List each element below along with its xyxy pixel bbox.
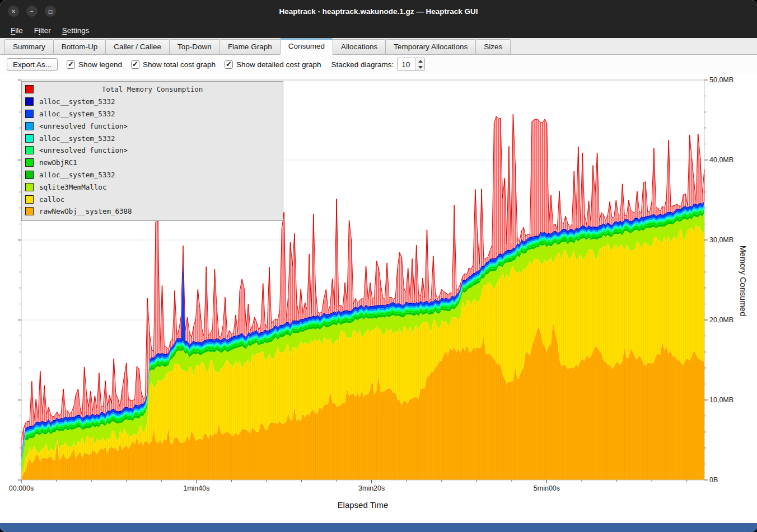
tab-bottom-up[interactable]: Bottom-Up	[53, 39, 106, 54]
show-total-cost-checkbox[interactable]: Show total cost graph	[131, 60, 216, 69]
legend-label: calloc	[39, 195, 64, 204]
legend-label: alloc__system_5332	[39, 110, 115, 118]
legend-label: <unresolved function>	[39, 122, 128, 130]
window-footer	[0, 523, 757, 532]
legend-row: alloc__system_5332	[22, 108, 283, 120]
svg-text:30,0MB: 30,0MB	[709, 236, 733, 244]
close-icon: ✕	[11, 8, 16, 15]
legend-swatch	[25, 158, 34, 167]
minimize-icon: −	[30, 8, 34, 15]
close-button[interactable]: ✕	[8, 6, 19, 17]
legend-label: alloc__system_5332	[39, 134, 115, 143]
legend-label: Total Memory Consumption	[22, 85, 283, 93]
show-legend-checkbox[interactable]: Show legend	[67, 60, 122, 69]
checkbox-label: Show detailed cost graph	[236, 60, 321, 69]
legend-swatch	[25, 134, 34, 143]
legend-swatch	[25, 97, 34, 106]
app-window: ✕ − ◻ Heaptrack - heaptrack.wakunode.1.g…	[0, 0, 757, 532]
svg-text:3min20s: 3min20s	[358, 484, 385, 492]
chart-legend: Total Memory Consumption alloc__system_5…	[21, 81, 283, 221]
show-detailed-cost-checkbox[interactable]: Show detailed cost graph	[225, 60, 321, 69]
legend-row: alloc__system_5332	[22, 96, 283, 108]
window-controls: ✕ − ◻	[8, 0, 56, 22]
legend-swatch	[25, 146, 34, 154]
tab-caller-callee[interactable]: Caller / Callee	[105, 39, 170, 54]
checkbox-check-icon	[131, 60, 139, 69]
svg-text:0B: 0B	[709, 476, 718, 484]
legend-label: newObjRC1	[39, 158, 77, 167]
checkbox-label: Show total cost graph	[143, 60, 216, 69]
y-axis-title: Memory Consumed	[739, 239, 747, 323]
svg-text:1min40s: 1min40s	[183, 484, 209, 492]
legend-row: <unresolved function>	[22, 120, 283, 132]
legend-row: alloc__system_5332	[22, 132, 283, 144]
svg-text:50,0MB: 50,0MB	[709, 76, 733, 84]
menubar: File Filter Settings	[0, 22, 757, 38]
legend-swatch	[25, 207, 34, 215]
legend-swatch	[25, 110, 34, 118]
window-title: Heaptrack - heaptrack.wakunode.1.gz — He…	[0, 7, 757, 16]
menu-settings[interactable]: Settings	[57, 25, 95, 36]
chart-area: 00.000s1min40s3min20s5min00s0B10,0MB20,0…	[0, 74, 757, 523]
legend-swatch	[25, 122, 34, 130]
legend-swatch	[25, 171, 34, 179]
svg-text:00.000s: 00.000s	[9, 484, 34, 492]
svg-text:5min00s: 5min00s	[534, 484, 560, 492]
spinbox-arrows	[415, 58, 424, 70]
checkbox-label: Show legend	[78, 60, 122, 69]
legend-label: rawNewObj__system_6388	[39, 207, 132, 215]
toolbar: Export As... Show legend Show total cost…	[0, 55, 757, 74]
legend-label: alloc__system_5332	[39, 97, 115, 106]
legend-label: <unresolved function>	[39, 146, 128, 154]
legend-label: alloc__system_5332	[39, 171, 115, 179]
legend-swatch	[25, 195, 34, 204]
titlebar: ✕ − ◻ Heaptrack - heaptrack.wakunode.1.g…	[0, 0, 757, 22]
legend-row: alloc__system_5332	[22, 169, 283, 181]
stacked-diagrams-spinbox[interactable]: 10	[397, 58, 425, 71]
tab-sizes[interactable]: Sizes	[475, 39, 511, 54]
tab-consumed[interactable]: Consumed	[280, 38, 333, 55]
tab-top-down[interactable]: Top-Down	[169, 39, 220, 54]
tab-allocations[interactable]: Allocations	[333, 39, 386, 54]
export-as-button[interactable]: Export As...	[7, 58, 58, 71]
legend-row: newObjRC1	[22, 157, 283, 169]
spinbox-value: 10	[398, 58, 415, 70]
checkbox-check-icon	[67, 60, 75, 69]
svg-text:10,0MB: 10,0MB	[709, 396, 733, 404]
tabbar: Summary Bottom-Up Caller / Callee Top-Do…	[0, 38, 757, 55]
menu-filter[interactable]: Filter	[29, 25, 56, 36]
legend-row: calloc	[22, 193, 283, 205]
legend-row: rawNewObj__system_6388	[22, 205, 283, 218]
menu-file[interactable]: File	[6, 25, 28, 36]
maximize-icon: ◻	[48, 8, 53, 15]
tab-temporary-allocations[interactable]: Temporary Allocations	[385, 39, 476, 54]
maximize-button[interactable]: ◻	[45, 6, 56, 17]
tab-summary[interactable]: Summary	[4, 39, 54, 54]
svg-text:40,0MB: 40,0MB	[709, 156, 733, 164]
svg-text:20,0MB: 20,0MB	[709, 316, 733, 324]
minimize-button[interactable]: −	[26, 6, 38, 17]
legend-title-row: Total Memory Consumption	[22, 83, 283, 96]
legend-label: sqlite3MemMalloc	[39, 183, 106, 191]
spinbox-down-button[interactable]	[416, 64, 424, 70]
legend-swatch	[25, 183, 34, 191]
x-axis-title: Elapsed Time	[21, 500, 704, 510]
legend-row: <unresolved function>	[22, 144, 283, 157]
legend-row: sqlite3MemMalloc	[22, 181, 283, 193]
spinbox-up-button[interactable]	[416, 58, 424, 64]
tab-flame-graph[interactable]: Flame Graph	[219, 39, 281, 54]
stacked-diagrams-label: Stacked diagrams:	[331, 60, 394, 69]
checkbox-check-icon	[225, 60, 233, 69]
